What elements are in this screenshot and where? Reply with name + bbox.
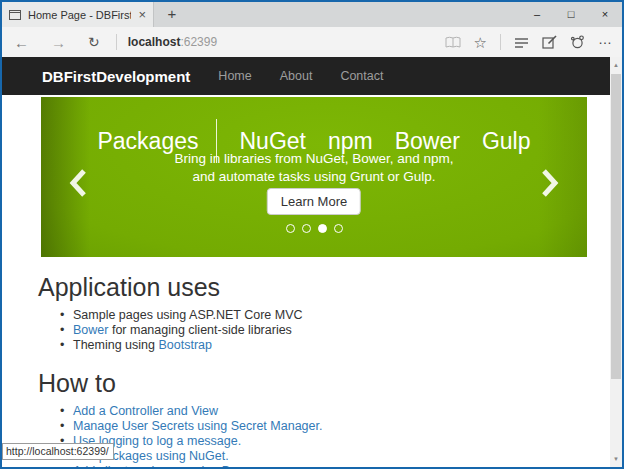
carousel-indicators	[41, 224, 587, 233]
list-item: Add packages using NuGet.	[60, 449, 610, 464]
page-viewport: DBFirstDevelopment HomeAboutContact Pack…	[2, 57, 610, 467]
carousel-indicator-1[interactable]	[286, 224, 295, 233]
favorites-star-icon[interactable]: ☆	[474, 35, 487, 50]
carousel-caption: Bring in libraries from NuGet, Bower, an…	[41, 150, 587, 186]
carousel-caption-line1: Bring in libraries from NuGet, Bower, an…	[41, 150, 587, 168]
list-item-text: Sample pages using ASP.NET Core MVC	[73, 308, 303, 322]
section-title: How to	[38, 369, 610, 397]
list-item-text: for managing client-side libraries	[108, 323, 291, 337]
navbar-link-contact[interactable]: Contact	[326, 69, 397, 83]
address-bar[interactable]: localhost:62399	[128, 35, 217, 49]
list-item: Use logging to log a message.	[60, 434, 610, 449]
refresh-icon[interactable]: ↻	[88, 35, 100, 49]
section-list: Add a Controller and ViewManage User Sec…	[60, 404, 610, 467]
navbar-link-home[interactable]: Home	[204, 69, 265, 83]
site-navbar: DBFirstDevelopment HomeAboutContact	[2, 57, 610, 95]
list-item-link[interactable]: Add a Controller and View	[73, 404, 218, 418]
list-item-link[interactable]: Add client packages using Bower.	[73, 464, 260, 467]
carousel: Packages NuGetnpmBowerGulp Bring in libr…	[41, 97, 587, 257]
more-actions-icon[interactable]: …	[598, 32, 613, 52]
list-item-link[interactable]: Bower	[73, 323, 108, 337]
carousel-indicator-2[interactable]	[302, 224, 311, 233]
carousel-indicator-3[interactable]	[318, 224, 327, 233]
browser-window: Home Page - DBFirstDe × + – □ × ← → ↻ lo…	[0, 0, 624, 469]
scrollbar-down-icon[interactable]: ▼	[610, 451, 622, 467]
forward-icon[interactable]: →	[51, 35, 66, 50]
tab-close-icon[interactable]: ×	[138, 8, 146, 21]
tab-title: Home Page - DBFirstDe	[28, 9, 131, 21]
section-title: Application uses	[38, 273, 610, 301]
list-item-link[interactable]: Manage User Secrets using Secret Manager…	[73, 419, 322, 433]
maximize-button[interactable]: □	[554, 2, 588, 27]
minimize-button[interactable]: –	[520, 2, 554, 27]
reading-view-icon[interactable]	[445, 36, 461, 49]
navbar-brand[interactable]: DBFirstDevelopment	[42, 68, 190, 85]
list-item-text: Theming using	[73, 338, 158, 352]
carousel-next-icon[interactable]	[541, 169, 559, 197]
tab-bar: Home Page - DBFirstDe × + – □ ×	[2, 2, 622, 27]
list-item: Theming using Bootstrap	[60, 338, 610, 353]
section-list: Sample pages using ASP.NET Core MVCBower…	[60, 308, 610, 353]
hub-icon[interactable]	[514, 36, 529, 49]
tab-page-icon	[9, 10, 21, 20]
carousel-indicator-4[interactable]	[334, 224, 343, 233]
address-host: localhost	[128, 35, 181, 49]
web-note-icon[interactable]	[542, 35, 557, 49]
navbar-links: HomeAboutContact	[204, 69, 397, 83]
section-application-uses: Application usesSample pages using ASP.N…	[2, 273, 610, 353]
toolbar-divider	[500, 34, 501, 50]
list-item: Manage User Secrets using Secret Manager…	[60, 419, 610, 434]
scrollbar-thumb[interactable]	[611, 74, 621, 379]
scrollbar-up-icon[interactable]: ▲	[610, 57, 622, 73]
window-controls: – □ ×	[520, 2, 622, 27]
list-item: Add client packages using Bower.	[60, 464, 610, 467]
carousel-caption-line2: and automate tasks using Grunt or Gulp.	[41, 168, 587, 186]
close-button[interactable]: ×	[588, 2, 622, 27]
page-content: Application usesSample pages using ASP.N…	[2, 273, 610, 467]
back-icon[interactable]: ←	[14, 35, 29, 50]
list-item: Sample pages using ASP.NET Core MVC	[60, 308, 610, 323]
share-icon[interactable]	[570, 35, 585, 49]
browser-toolbar: ← → ↻ localhost:62399 ☆ …	[2, 27, 622, 57]
address-port: :62399	[180, 35, 217, 49]
vertical-scrollbar[interactable]: ▲ ▼	[610, 57, 622, 467]
list-item: Bower for managing client-side libraries	[60, 323, 610, 338]
carousel-prev-icon[interactable]	[69, 169, 87, 197]
navbar-link-about[interactable]: About	[266, 69, 327, 83]
status-tooltip: http://localhost:62399/	[2, 443, 114, 460]
list-item: Add a Controller and View	[60, 404, 610, 419]
toolbar-divider	[116, 34, 117, 50]
list-item-link[interactable]: Bootstrap	[158, 338, 212, 352]
new-tab-button[interactable]: +	[154, 2, 190, 27]
learn-more-button[interactable]: Learn More	[267, 188, 361, 215]
browser-tab[interactable]: Home Page - DBFirstDe ×	[2, 2, 154, 27]
